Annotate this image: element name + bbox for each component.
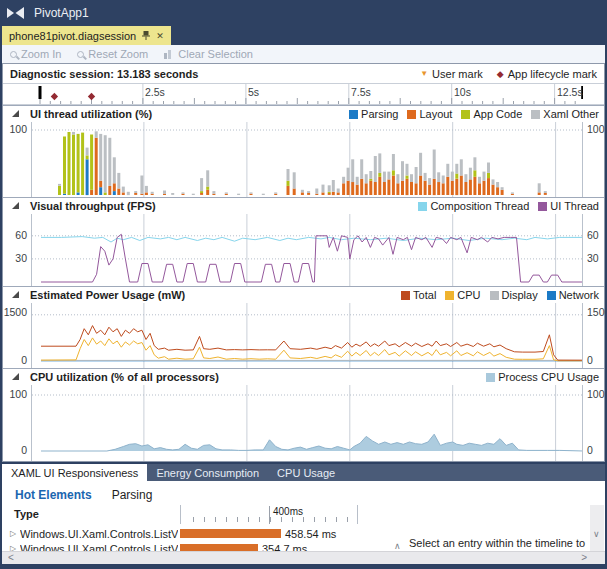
cpu-legend: Process CPU Usage: [486, 371, 604, 383]
detail-hint-text: Select an entry within the timeline to v…: [409, 537, 587, 549]
y-axis-label: 0: [3, 354, 27, 366]
timeline-ruler[interactable]: 2.5s 5s 7.5s 10s 12.5s: [3, 84, 604, 105]
legend-item-parsing: Parsing: [349, 108, 398, 120]
subtab-parsing[interactable]: Parsing: [112, 488, 153, 502]
cpu-utilization-plot[interactable]: [31, 385, 583, 461]
horizontal-scrollbar[interactable]: < >: [2, 551, 605, 564]
y-axis-label: 100: [587, 388, 605, 400]
zoom-in-icon: [10, 51, 17, 58]
legend-item-total: Total: [401, 289, 436, 301]
row-type: Windows.UI.Xaml.Controls.ListVi...: [20, 528, 178, 540]
app-lifecycle-mark-icon: ◆: [497, 69, 504, 79]
ruler-tick-label: 5s: [248, 86, 259, 98]
table-row[interactable]: ▷ Windows.UI.Xaml.Controls.ListVi... 458…: [2, 526, 387, 541]
legend-label: Display: [502, 289, 538, 301]
visual-throughput-chart: 60 30 60 30: [3, 214, 604, 286]
clear-selection-button[interactable]: Clear Selection: [164, 48, 253, 60]
ruler-tick-label: 2.5s: [145, 86, 165, 98]
close-icon[interactable]: ✕: [156, 31, 164, 41]
xaml-other-swatch: [531, 110, 540, 119]
visual-throughput-plot[interactable]: [31, 214, 583, 286]
duration-column-ruler: 400ms: [180, 505, 358, 524]
y-axis-label: 0: [3, 444, 27, 456]
pin-icon[interactable]: [142, 31, 150, 40]
y-axis-label: 30: [3, 252, 27, 264]
detail-vertical-scrollbar[interactable]: ∨: [590, 505, 604, 551]
y-axis-label: 100: [587, 123, 605, 135]
legend-item-xaml-other: Xaml Other: [531, 108, 599, 120]
legend-label: Total: [413, 289, 436, 301]
cpu-utilization-header: CPU utilization (% of all processors) Pr…: [3, 368, 604, 385]
session-header: Diagnostic session: 13.183 seconds ▼ Use…: [3, 64, 604, 84]
y-axis-label: 100: [3, 388, 27, 400]
section-title: Visual throughput (FPS): [30, 200, 156, 212]
type-column-header[interactable]: Type: [14, 508, 39, 520]
row-expander-icon[interactable]: ▷: [10, 529, 20, 538]
vs-window: PivotApp1 phone81pivot.diagsession ✕ Zoo…: [0, 0, 607, 569]
ui-thread-swatch: [538, 202, 547, 211]
ui-thread-utilization-plot[interactable]: [31, 122, 583, 197]
document-tab-strip: phone81pivot.diagsession ✕: [0, 26, 607, 45]
scroll-down-icon[interactable]: ∨: [593, 529, 600, 539]
cpu-utilization-chart: 100 0 100 0: [3, 385, 604, 461]
legend-label: UI Thread: [550, 200, 599, 212]
marks-legend: ▼ User mark ◆ App lifecycle mark: [420, 68, 597, 80]
legend-label: Layout: [419, 108, 452, 120]
ruler-tick-label: 12.5s: [557, 86, 583, 98]
display-swatch: [490, 291, 499, 300]
y-axis-label: 60: [3, 229, 27, 241]
collapse-expander-icon[interactable]: [12, 291, 19, 298]
reset-zoom-button[interactable]: Reset Zoom: [77, 48, 148, 60]
user-mark-label: User mark: [432, 68, 483, 80]
tab-cpu-usage[interactable]: CPU Usage: [268, 464, 344, 481]
window-title: PivotApp1: [34, 6, 89, 20]
scroll-right-icon[interactable]: >: [581, 552, 587, 564]
legend-label: Xaml Other: [543, 108, 599, 120]
collapse-expander-icon[interactable]: [12, 202, 19, 209]
power-usage-plot[interactable]: [31, 303, 583, 368]
composition-thread-swatch: [418, 202, 427, 211]
scroll-left-icon[interactable]: <: [8, 552, 14, 564]
network-swatch: [547, 291, 556, 300]
document-tab[interactable]: phone81pivot.diagsession ✕: [2, 26, 171, 45]
client-area: Zoom In Reset Zoom Clear Selection Diagn…: [2, 45, 605, 564]
scroll-up-icon[interactable]: ∧: [394, 541, 401, 551]
legend-item-layout: Layout: [407, 108, 452, 120]
y-axis-label: 60: [587, 229, 599, 241]
ui-thread-utilization-chart: 100 100: [3, 122, 604, 197]
y-axis-label: 0: [587, 444, 593, 456]
table-vertical-scrollbar[interactable]: ∧: [391, 505, 407, 551]
app-code-swatch: [461, 110, 470, 119]
y-axis-label: 1500: [587, 306, 605, 318]
section-title: UI thread utilization (%): [30, 108, 152, 120]
cpu-swatch: [445, 291, 454, 300]
clear-selection-label: Clear Selection: [178, 48, 253, 60]
title-bar: PivotApp1: [0, 0, 607, 26]
visual-studio-logo-icon: [7, 7, 24, 19]
legend-item-composition-thread: Composition Thread: [418, 200, 529, 212]
zoom-in-button[interactable]: Zoom In: [10, 48, 61, 60]
subtab-hot-elements[interactable]: Hot Elements: [15, 488, 92, 502]
timeline-ruler-svg[interactable]: [31, 84, 583, 104]
duration-value: 458.54 ms: [285, 528, 336, 540]
visual-throughput-header: Visual throughput (FPS) Composition Thre…: [3, 197, 604, 214]
diagnostics-toolbar: Zoom In Reset Zoom Clear Selection: [2, 45, 605, 63]
duration-bar: [180, 529, 281, 538]
y-axis-label: 30: [587, 252, 599, 264]
tab-energy-consumption[interactable]: Energy Consumption: [147, 464, 268, 481]
power-usage-header: Estimated Power Usage (mW) Total CPU Dis…: [3, 286, 604, 303]
tab-xaml-ui-responsiveness[interactable]: XAML UI Responsiveness: [2, 464, 147, 481]
legend-label: Process CPU Usage: [498, 371, 599, 383]
power-usage-chart: 1500 0 1500 0: [3, 303, 604, 368]
legend-item-cpu: CPU: [445, 289, 480, 301]
section-title: Estimated Power Usage (mW): [30, 289, 185, 301]
total-swatch: [401, 291, 410, 300]
collapse-expander-icon[interactable]: [12, 110, 19, 117]
legend-label: App Code: [473, 108, 522, 120]
lifecycle-mark-legend: ◆ App lifecycle mark: [497, 68, 597, 80]
duration-ruler-major-tick: [269, 506, 270, 524]
ui-thread-legend: Parsing Layout App Code Xaml Other: [349, 108, 604, 120]
ruler-tick-label: 7.5s: [351, 86, 371, 98]
y-axis-label: 0: [587, 354, 593, 366]
collapse-expander-icon[interactable]: [12, 373, 19, 380]
